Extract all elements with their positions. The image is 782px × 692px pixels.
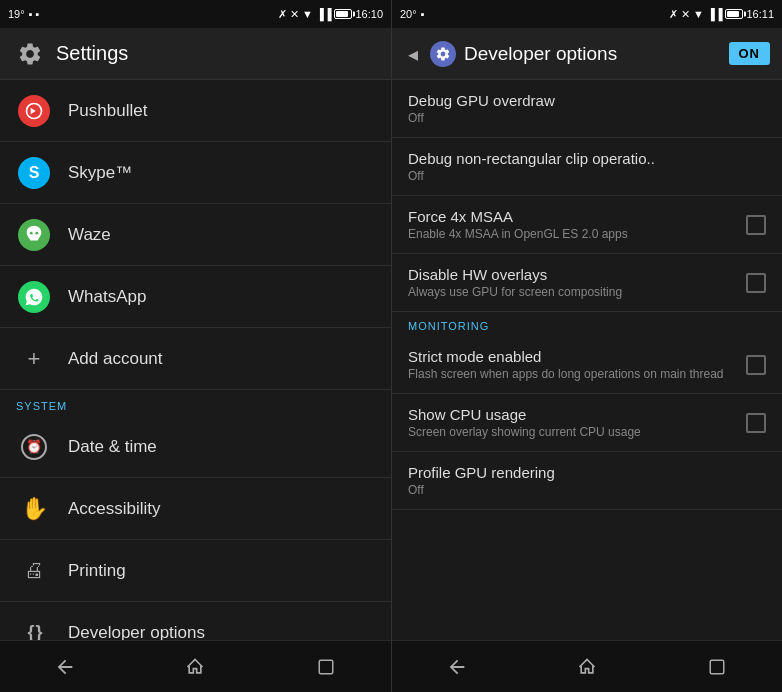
- whatsapp-icon: [16, 279, 52, 315]
- whatsapp-logo: [18, 281, 50, 313]
- left-status-bar-right: ✗ ✕ ▼ ▐▐ 16:10: [278, 8, 383, 21]
- dev-item-force-4x-msaa-title: Force 4x MSAA: [408, 208, 734, 225]
- skype-logo: S: [18, 157, 50, 189]
- left-notification-icons: ▪ ▪: [29, 8, 40, 20]
- dev-item-strict-mode-text: Strict mode enabled Flash screen when ap…: [408, 348, 734, 381]
- whatsapp-label: WhatsApp: [68, 287, 146, 307]
- left-recents-button[interactable]: [296, 647, 356, 687]
- dev-toggle-on[interactable]: ON: [729, 42, 771, 65]
- right-time: 16:11: [746, 8, 774, 20]
- waze-logo: [18, 219, 50, 251]
- list-item-date-time[interactable]: ⏰ Date & time: [0, 416, 391, 478]
- svg-rect-3: [319, 660, 333, 674]
- left-bt-icon: ✗: [278, 8, 287, 21]
- right-battery-icon: [725, 9, 743, 19]
- skype-label: Skype™: [68, 163, 132, 183]
- printer-icon: 🖨: [24, 559, 44, 582]
- add-account-icon: +: [16, 341, 52, 377]
- list-item-whatsapp[interactable]: WhatsApp: [0, 266, 391, 328]
- skype-icon: S: [16, 155, 52, 191]
- dev-item-debug-gpu-overdraw-sub: Off: [408, 111, 766, 125]
- plus-icon: +: [20, 345, 48, 373]
- dev-options-header: ◂ Developer options ON: [392, 28, 782, 80]
- dev-item-debug-gpu-overdraw-text: Debug GPU overdraw Off: [408, 92, 766, 125]
- right-notification-icons: ▪: [421, 8, 425, 20]
- left-battery-icon: [334, 9, 352, 19]
- printing-icon: 🖨: [16, 553, 52, 589]
- dev-item-disable-hw-overlays-title: Disable HW overlays: [408, 266, 734, 283]
- dev-item-show-cpu-usage-sub: Screen overlay showing current CPU usage: [408, 425, 734, 439]
- left-mute-icon: ✕: [290, 8, 299, 21]
- list-item-waze[interactable]: Waze: [0, 204, 391, 266]
- dev-gear-icon: [430, 41, 456, 67]
- dev-item-disable-hw-overlays[interactable]: Disable HW overlays Always use GPU for s…: [392, 254, 782, 312]
- svg-point-1: [30, 231, 33, 234]
- dev-item-force-4x-msaa[interactable]: Force 4x MSAA Enable 4x MSAA in OpenGL E…: [392, 196, 782, 254]
- accessibility-icon: ✋: [16, 491, 52, 527]
- dev-item-disable-hw-overlays-sub: Always use GPU for screen compositing: [408, 285, 734, 299]
- right-back-button[interactable]: [427, 647, 487, 687]
- left-time: 16:10: [355, 8, 383, 20]
- dev-item-debug-non-rect[interactable]: Debug non-rectangular clip operatio.. Of…: [392, 138, 782, 196]
- right-status-bar: 20° ▪ ✗ ✕ ▼ ▐▐ 16:11: [392, 0, 782, 28]
- left-back-button[interactable]: [35, 647, 95, 687]
- dev-item-strict-mode-sub: Flash screen when apps do long operation…: [408, 367, 734, 381]
- right-temp: 20°: [400, 8, 417, 20]
- right-recents-button[interactable]: [687, 647, 747, 687]
- right-wifi-icon: ▼: [693, 8, 704, 20]
- list-item-skype[interactable]: S Skype™: [0, 142, 391, 204]
- monitoring-section-header: MONITORING: [392, 312, 782, 336]
- accessibility-label: Accessibility: [68, 499, 161, 519]
- braces-icon: { }: [27, 622, 40, 640]
- dev-item-disable-hw-overlays-text: Disable HW overlays Always use GPU for s…: [408, 266, 734, 299]
- dev-item-debug-gpu-overdraw[interactable]: Debug GPU overdraw Off: [392, 80, 782, 138]
- dev-item-debug-non-rect-sub: Off: [408, 169, 766, 183]
- left-status-bar-left: 19° ▪ ▪: [8, 8, 40, 20]
- dev-item-profile-gpu-text: Profile GPU rendering Off: [408, 464, 766, 497]
- list-item-add-account[interactable]: + Add account: [0, 328, 391, 390]
- developer-options-icon: { }: [16, 615, 52, 641]
- dev-options-list: Debug GPU overdraw Off Debug non-rectang…: [392, 80, 782, 640]
- force-4x-msaa-checkbox[interactable]: [746, 215, 766, 235]
- left-home-button[interactable]: [165, 647, 225, 687]
- dev-options-title: Developer options: [464, 43, 721, 65]
- left-panel-header: Settings: [0, 28, 391, 80]
- show-cpu-usage-checkbox[interactable]: [746, 413, 766, 433]
- svg-point-2: [35, 231, 38, 234]
- right-status-bar-left: 20° ▪: [400, 8, 425, 20]
- dev-item-debug-non-rect-text: Debug non-rectangular clip operatio.. Of…: [408, 150, 766, 183]
- settings-gear-icon: [16, 40, 44, 68]
- dev-item-show-cpu-usage[interactable]: Show CPU usage Screen overlay showing cu…: [392, 394, 782, 452]
- settings-title: Settings: [56, 42, 128, 65]
- left-temp: 19°: [8, 8, 25, 20]
- dev-item-show-cpu-usage-text: Show CPU usage Screen overlay showing cu…: [408, 406, 734, 439]
- waze-icon: [16, 217, 52, 253]
- pushbullet-label: Pushbullet: [68, 101, 147, 121]
- pushbullet-icon: [16, 93, 52, 129]
- dev-item-strict-mode-title: Strict mode enabled: [408, 348, 734, 365]
- strict-mode-checkbox[interactable]: [746, 355, 766, 375]
- hand-icon: ✋: [21, 496, 48, 522]
- waze-label: Waze: [68, 225, 111, 245]
- date-time-icon: ⏰: [16, 429, 52, 465]
- left-panel: 19° ▪ ▪ ✗ ✕ ▼ ▐▐ 16:10 Settings: [0, 0, 391, 692]
- clock-icon: ⏰: [21, 434, 47, 460]
- left-status-bar: 19° ▪ ▪ ✗ ✕ ▼ ▐▐ 16:10: [0, 0, 391, 28]
- dev-item-profile-gpu[interactable]: Profile GPU rendering Off: [392, 452, 782, 510]
- svg-rect-4: [710, 660, 724, 674]
- disable-hw-overlays-checkbox[interactable]: [746, 273, 766, 293]
- pushbullet-logo: [18, 95, 50, 127]
- right-panel: 20° ▪ ✗ ✕ ▼ ▐▐ 16:11 ◂ Developer options…: [391, 0, 782, 692]
- left-signal-icon: ▐▐: [316, 8, 332, 20]
- list-item-pushbullet[interactable]: Pushbullet: [0, 80, 391, 142]
- dev-item-force-4x-msaa-text: Force 4x MSAA Enable 4x MSAA in OpenGL E…: [408, 208, 734, 241]
- list-item-printing[interactable]: 🖨 Printing: [0, 540, 391, 602]
- dev-item-strict-mode[interactable]: Strict mode enabled Flash screen when ap…: [392, 336, 782, 394]
- right-signal-icon: ▐▐: [707, 8, 723, 20]
- left-nav-bar: [0, 640, 391, 692]
- list-item-developer-options[interactable]: { } Developer options: [0, 602, 391, 640]
- dev-back-button[interactable]: ◂: [404, 38, 422, 70]
- right-bt-icon: ✗: [669, 8, 678, 21]
- list-item-accessibility[interactable]: ✋ Accessibility: [0, 478, 391, 540]
- right-home-button[interactable]: [557, 647, 617, 687]
